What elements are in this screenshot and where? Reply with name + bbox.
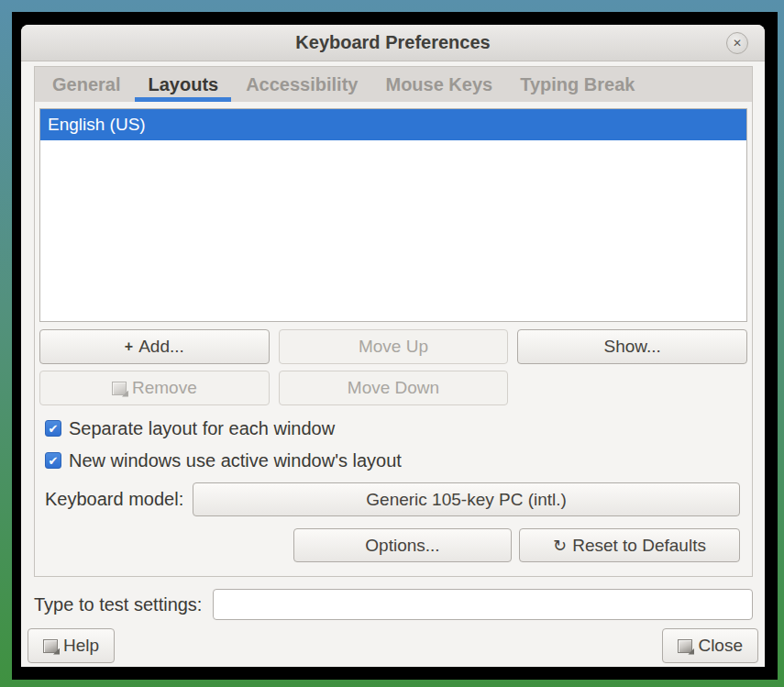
tab-typing-break[interactable]: Typing Break — [506, 67, 648, 102]
remove-label: Remove — [132, 378, 197, 398]
checkmark-icon: ✔ — [49, 454, 59, 468]
tab-layouts[interactable]: Layouts — [134, 67, 232, 102]
new-windows-layout-option[interactable]: ✔ New windows use active window's layout — [45, 447, 747, 474]
add-label: Add... — [138, 337, 184, 357]
help-label: Help — [63, 636, 99, 656]
separate-layout-checkbox[interactable]: ✔ — [45, 420, 61, 437]
move-up-label: Move Up — [359, 337, 428, 357]
tab-bar: General Layouts Accessibility Mouse Keys… — [35, 67, 752, 102]
test-settings-row: Type to test settings: — [34, 589, 753, 620]
window-title: Keyboard Preferences — [295, 32, 490, 53]
checkmark-icon: ✔ — [49, 422, 59, 436]
test-settings-label: Type to test settings: — [34, 594, 202, 615]
dialog-content: General Layouts Accessibility Mouse Keys… — [21, 61, 765, 667]
grid-spacer — [517, 371, 747, 405]
separate-layout-option[interactable]: ✔ Separate layout for each window — [45, 415, 747, 442]
show-layout-button[interactable]: Show... — [517, 329, 747, 364]
keyboard-layout-list[interactable]: English (US) — [39, 108, 747, 322]
options-button[interactable]: Options... — [293, 528, 512, 562]
help-button[interactable]: Help — [28, 628, 115, 663]
settings-notebook: General Layouts Accessibility Mouse Keys… — [34, 66, 753, 577]
reset-label: Reset to Defaults — [572, 536, 706, 556]
separate-layout-label: Separate layout for each window — [69, 418, 335, 439]
close-icon: ✕ — [733, 37, 742, 50]
reset-icon: ↻ — [553, 537, 567, 554]
add-layout-button[interactable]: + Add... — [39, 329, 270, 364]
tab-mouse-keys[interactable]: Mouse Keys — [371, 67, 506, 102]
close-button-icon — [678, 639, 692, 653]
new-windows-layout-label: New windows use active window's layout — [69, 450, 402, 471]
list-item-english-us[interactable]: English (US) — [40, 109, 746, 140]
new-windows-layout-checkbox[interactable]: ✔ — [45, 452, 61, 469]
close-window-button[interactable]: ✕ — [726, 32, 748, 54]
reset-to-defaults-button[interactable]: ↻ Reset to Defaults — [519, 528, 740, 562]
layout-list-buttons: + Add... Move Up Show... Remove Move Do — [39, 329, 747, 405]
tab-accessibility[interactable]: Accessibility — [232, 67, 371, 102]
help-icon — [43, 639, 58, 653]
tab-general[interactable]: General — [39, 67, 134, 102]
keyboard-preferences-dialog: Keyboard Preferences ✕ General Layouts A… — [21, 25, 765, 667]
close-label: Close — [698, 636, 743, 656]
remove-icon — [112, 382, 127, 395]
close-button[interactable]: Close — [662, 628, 758, 663]
layouts-tab-page: English (US) + Add... Move Up Show... — [35, 102, 752, 576]
keyboard-model-button[interactable]: Generic 105-key PC (intl.) — [193, 482, 740, 516]
titlebar[interactable]: Keyboard Preferences ✕ — [21, 25, 765, 61]
move-down-button[interactable]: Move Down — [279, 371, 509, 405]
move-down-label: Move Down — [348, 378, 439, 398]
keyboard-model-row: Keyboard model: Generic 105-key PC (intl… — [45, 482, 740, 516]
keyboard-model-value: Generic 105-key PC (intl.) — [366, 490, 567, 510]
move-up-button[interactable]: Move Up — [279, 329, 509, 364]
options-reset-row: Options... ↻ Reset to Defaults — [39, 528, 740, 562]
remove-layout-button[interactable]: Remove — [39, 371, 270, 405]
keyboard-model-label: Keyboard model: — [45, 489, 183, 510]
show-label: Show... — [604, 337, 661, 357]
add-icon: + — [125, 338, 133, 355]
options-label: Options... — [365, 536, 439, 556]
test-settings-input[interactable] — [213, 589, 753, 620]
dialog-footer: Help Close — [28, 628, 758, 663]
